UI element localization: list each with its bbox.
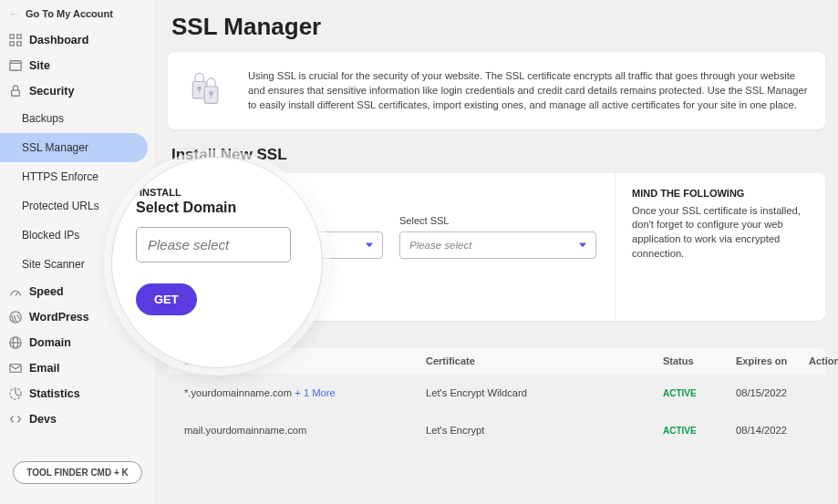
- sidebar-label: Speed: [29, 285, 64, 298]
- gauge-icon: [9, 285, 22, 298]
- cell-expires: 08/14/2022: [736, 425, 809, 436]
- grid-icon: [9, 34, 22, 46]
- ssl-label: Select SSL: [399, 215, 596, 226]
- status-badge: ACTIVE: [663, 426, 697, 436]
- status-badge: ACTIVE: [663, 388, 697, 398]
- cell-domain: mail.yourdomainname.com: [184, 425, 306, 436]
- ssl-select[interactable]: Please select: [399, 231, 596, 259]
- sidebar-label: Devs: [29, 413, 57, 426]
- svg-rect-2: [10, 42, 14, 46]
- back-to-account[interactable]: ← Go To My Account: [0, 7, 155, 27]
- sidebar-item-domain[interactable]: Domain: [0, 330, 155, 355]
- sidebar-item-dashboard[interactable]: Dashboard: [0, 27, 155, 53]
- site-icon: [9, 59, 22, 72]
- mail-icon: [9, 362, 22, 375]
- lens-get-button[interactable]: GET: [136, 283, 197, 315]
- sidebar-label: Site: [29, 59, 50, 72]
- svg-line-7: [16, 293, 18, 296]
- sidebar-label: Domain: [29, 336, 71, 349]
- aside-title: MIND THE FOLLOWING: [632, 188, 809, 199]
- page-title: SSL Manager: [171, 13, 825, 41]
- sidebar-item-email[interactable]: Email: [0, 355, 155, 381]
- sidebar-item-statistics[interactable]: Statistics: [0, 381, 155, 406]
- sidebar-sub-backups[interactable]: Backups: [0, 104, 155, 133]
- svg-rect-4: [10, 61, 21, 71]
- tool-finder-button[interactable]: TOOL FINDER CMD + K: [13, 461, 142, 484]
- svg-rect-0: [10, 35, 14, 38]
- aside-text: Once your SSL certificate is installed, …: [632, 204, 809, 262]
- info-card: Using SSL is crucial for the security of…: [168, 52, 825, 129]
- svg-rect-3: [17, 42, 21, 46]
- col-cert: Certificate: [426, 355, 663, 366]
- install-title: Install New SSL: [171, 146, 825, 164]
- lens-domain-label: Select Domain: [136, 200, 236, 216]
- info-text: Using SSL is crucial for the security of…: [248, 68, 809, 113]
- lens-tab: INSTALL: [140, 187, 181, 198]
- sidebar-label: Statistics: [29, 387, 80, 400]
- back-label: Go To My Account: [26, 8, 113, 19]
- devs-icon: [9, 413, 22, 426]
- svg-rect-12: [10, 365, 21, 373]
- sidebar-label: Email: [29, 362, 59, 375]
- sidebar-sub-https-enforce[interactable]: HTTPS Enforce: [0, 162, 155, 191]
- cell-cert: Let's Encrypt Wildcard: [426, 387, 663, 398]
- cell-expires: 08/15/2022: [736, 387, 809, 398]
- lens-domain-select[interactable]: Please select: [136, 227, 291, 262]
- svg-point-18: [210, 92, 213, 96]
- sidebar-label: Dashboard: [29, 34, 88, 46]
- col-actions: Actions: [809, 355, 838, 366]
- cell-domain: *.yourdomainname.com: [184, 387, 292, 398]
- cell-cert: Let's Encrypt: [426, 425, 663, 436]
- install-aside: MIND THE FOLLOWING Once your SSL certifi…: [616, 173, 825, 321]
- globe-icon: [9, 336, 22, 349]
- sidebar-sub-ssl-manager[interactable]: SSL Manager: [0, 133, 148, 162]
- svg-point-15: [198, 87, 202, 90]
- more-link[interactable]: + 1 More: [295, 387, 335, 398]
- col-expires: Expires on: [736, 355, 809, 366]
- table-row: *.yourdomainname.com + 1 More Let's Encr…: [168, 374, 825, 411]
- table-row: mail.yourdomainname.com Let's Encrypt AC…: [168, 411, 825, 448]
- sidebar-item-security[interactable]: Security: [0, 78, 155, 104]
- zoom-lens: INSTALL Select Domain Please select GET: [111, 157, 323, 368]
- sidebar-item-site[interactable]: Site: [0, 53, 155, 78]
- wordpress-icon: [9, 311, 22, 324]
- padlock-illustration-icon: [184, 67, 230, 110]
- sidebar-item-devs[interactable]: Devs: [0, 406, 155, 432]
- lock-icon: [9, 85, 22, 98]
- svg-rect-1: [17, 35, 21, 38]
- col-status: Status: [663, 355, 736, 366]
- arrow-left-icon: ←: [9, 7, 20, 20]
- stats-icon: [9, 387, 22, 400]
- svg-rect-6: [12, 90, 20, 96]
- sidebar-label: WordPress: [29, 311, 89, 324]
- sidebar-label: Security: [29, 85, 74, 98]
